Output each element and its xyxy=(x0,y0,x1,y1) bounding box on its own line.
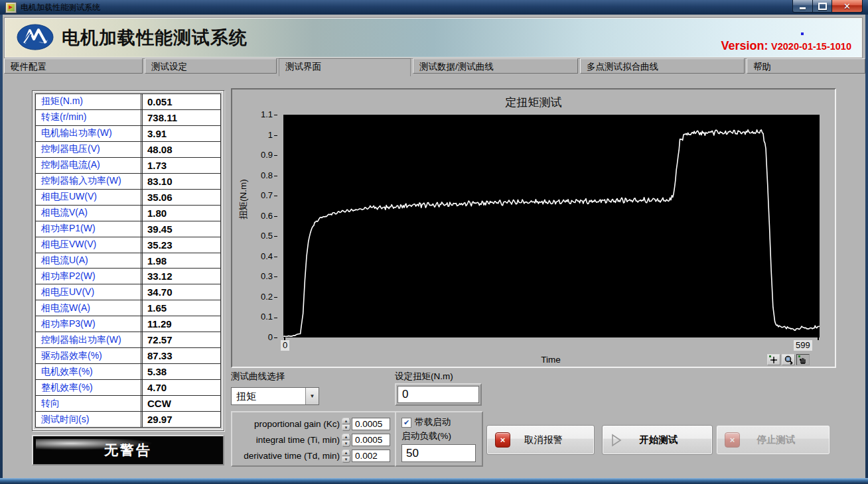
play-icon xyxy=(611,433,622,447)
y-tick-label: 0.5 xyxy=(236,231,277,241)
measurement-value: 1.98 xyxy=(141,253,220,269)
cancel-alarm-label: 取消报警 xyxy=(510,434,594,446)
table-row: 相电流V(A) 1.80 xyxy=(36,206,220,221)
pan-tool-button[interactable] xyxy=(796,354,810,365)
tab-test-settings[interactable]: 测试设定 xyxy=(145,58,277,74)
chart-plot-area[interactable] xyxy=(283,115,820,337)
measurement-value: 3.91 xyxy=(141,126,220,141)
start-load-input[interactable] xyxy=(401,444,476,462)
table-row: 相功率P1(W) 39.45 xyxy=(36,221,220,237)
stop-test-label: 停止测试 xyxy=(740,434,830,446)
measurement-label: 电机输出功率(W) xyxy=(36,126,141,141)
spinner-up-icon[interactable]: ▲ xyxy=(342,450,350,456)
x-tick-mark-right xyxy=(818,337,819,340)
hand-icon xyxy=(798,355,808,365)
x-axis-max[interactable]: 599 xyxy=(794,340,812,351)
client-area: 电机加载性能测试系统 Version: V2020-01-15-1010 硬件配… xyxy=(3,15,865,478)
torque-chart-panel: 定扭矩测试 1.110.90.80.70.60.50.40.30.20.10 扭… xyxy=(231,88,836,368)
spinner-control[interactable]: ▲ ▼ xyxy=(342,450,350,462)
tab-test-interface[interactable]: 测试界面 xyxy=(279,58,411,76)
measurement-label: 控制器输出功率(W) xyxy=(36,332,141,347)
close-icon: ✕ xyxy=(843,2,851,11)
load-start-checkbox[interactable]: ✔ xyxy=(401,418,411,428)
warning-text: 无警告 xyxy=(33,436,223,464)
curve-select-label: 测试曲线选择 xyxy=(231,371,285,383)
spinner-down-icon[interactable]: ▼ xyxy=(342,440,350,447)
title-bar[interactable]: 电机加载性能测试系统 ✕ xyxy=(0,0,868,15)
pid-value-input[interactable] xyxy=(352,450,390,462)
measurement-value: 738.11 xyxy=(141,110,220,125)
measurement-label: 相电压VW(V) xyxy=(36,237,141,253)
y-tick-label: 1 xyxy=(236,130,277,140)
measurement-value: CCW xyxy=(141,396,220,411)
measurement-label: 控制器输入功率(W) xyxy=(36,174,141,189)
table-row: 相电流U(A) 1.98 xyxy=(36,253,220,269)
curve-select-dropdown[interactable]: 扭矩 ▼ xyxy=(231,387,319,405)
y-tick-label: 0.3 xyxy=(236,271,277,281)
close-button[interactable]: ✕ xyxy=(832,0,863,13)
measurement-value: 0.051 xyxy=(141,94,220,109)
version-value: V2020-01-15-1010 xyxy=(771,41,851,52)
table-row: 转向 CCW xyxy=(36,396,220,412)
warning-banner: 无警告 xyxy=(32,435,224,465)
y-tick-label: 0.4 xyxy=(236,251,277,261)
spinner-down-icon[interactable]: ▼ xyxy=(342,456,350,463)
tab-bar: 硬件配置 测试设定 测试界面 测试数据/测试曲线 多点测试拟合曲线 帮助 xyxy=(3,58,865,76)
header-banner: 电机加载性能测试系统 Version: V2020-01-15-1010 xyxy=(4,17,863,58)
measurement-value: 33.12 xyxy=(141,269,220,284)
red-x-icon-disabled: × xyxy=(725,432,740,448)
measurement-value: 34.70 xyxy=(141,284,220,300)
spinner-up-icon[interactable]: ▲ xyxy=(342,418,350,424)
spinner-down-icon[interactable]: ▼ xyxy=(342,424,350,431)
minimize-icon xyxy=(800,7,806,9)
minimize-button[interactable] xyxy=(792,0,813,13)
version-text: Version: V2020-01-15-1010 xyxy=(721,39,851,53)
chart-title: 定扭矩测试 xyxy=(232,95,835,110)
y-axis-label: 扭矩(N.m) xyxy=(238,179,250,219)
spinner-control[interactable]: ▲ ▼ xyxy=(342,434,350,446)
chevron-down-icon[interactable]: ▼ xyxy=(305,388,319,404)
pid-value-input[interactable] xyxy=(352,434,390,446)
load-start-panel: ✔ 带载启动 启动负载(%) xyxy=(395,411,483,467)
application-window: 电机加载性能测试系统 ✕ 电机加载性能测试系统 Version: V2020-0… xyxy=(0,0,868,484)
maximize-button[interactable] xyxy=(813,0,832,13)
window-bottom-border xyxy=(0,478,868,484)
pid-value-input[interactable] xyxy=(352,418,390,430)
spinner-up-icon[interactable]: ▲ xyxy=(342,434,350,440)
measurement-label: 转速(r/min) xyxy=(36,110,141,125)
x-tick-mark-left xyxy=(284,337,285,340)
measurement-value: 1.73 xyxy=(141,158,220,173)
measurement-value: 35.06 xyxy=(141,190,220,205)
measurement-value: 4.70 xyxy=(141,380,220,395)
window-title: 电机加载性能测试系统 xyxy=(21,2,100,13)
cancel-alarm-button[interactable]: × 取消报警 xyxy=(486,425,595,455)
app-icon[interactable] xyxy=(5,2,17,13)
measurement-value: 48.08 xyxy=(141,142,220,157)
table-row: 测试时间(s) 29.97 xyxy=(36,412,220,427)
cursor-tool-button[interactable] xyxy=(767,354,780,365)
start-test-button[interactable]: 开始测试 xyxy=(602,425,713,455)
measurement-value: 87.33 xyxy=(141,348,220,363)
measurement-value: 83.10 xyxy=(141,174,220,189)
y-tick-label: 0.9 xyxy=(236,150,277,160)
measurement-table: 扭矩(N.m) 0.051 转速(r/min) 738.11 电机输出功率(W)… xyxy=(35,93,221,428)
tab-hardware-config[interactable]: 硬件配置 xyxy=(4,58,143,74)
pid-label: derivative time (Td, min) xyxy=(232,451,340,461)
spinner-control[interactable]: ▲ ▼ xyxy=(342,418,350,430)
pid-label: integral time (Ti, min) xyxy=(232,435,340,445)
tab-test-data-curves[interactable]: 测试数据/测试曲线 xyxy=(413,58,578,74)
zoom-tool-button[interactable] xyxy=(782,354,795,365)
measurement-value: 1.80 xyxy=(141,206,220,221)
x-axis-min[interactable]: 0 xyxy=(281,340,289,351)
tab-help[interactable]: 帮助 xyxy=(747,58,865,74)
stop-test-button[interactable]: × 停止测试 xyxy=(716,425,830,455)
tab-multipoint-fit-curve[interactable]: 多点测试拟合曲线 xyxy=(580,58,745,74)
measurement-label: 相电压UV(V) xyxy=(36,284,141,300)
measurement-label: 相电流W(A) xyxy=(36,300,141,316)
table-row: 相电流W(A) 1.65 xyxy=(36,300,220,316)
measurement-value: 11.29 xyxy=(141,316,220,332)
set-torque-input[interactable] xyxy=(398,386,479,403)
measurement-value: 72.57 xyxy=(141,332,220,347)
set-torque-label: 设定扭矩(N.m) xyxy=(395,371,453,383)
graph-tool-palette xyxy=(767,354,810,365)
